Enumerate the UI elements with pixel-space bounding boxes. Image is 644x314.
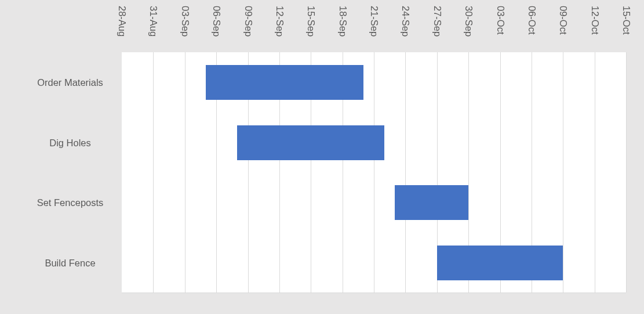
gridline	[374, 52, 374, 293]
gridline	[626, 52, 627, 293]
x-axis-tick: 06-Sep	[211, 6, 222, 37]
y-axis-tick: Order Materials	[21, 77, 119, 88]
gantt-chart: 28-Aug31-Aug03-Sep06-Sep09-Sep12-Sep15-S…	[0, 0, 644, 314]
x-axis-tick: 27-Sep	[432, 6, 443, 37]
plot-area	[122, 52, 626, 293]
y-axis-tick: Build Fence	[21, 258, 119, 269]
x-axis-tick: 03-Sep	[180, 6, 191, 37]
gantt-bar	[395, 185, 468, 220]
x-axis-tick: 21-Sep	[369, 6, 380, 37]
x-axis-tick: 12-Oct	[590, 6, 601, 35]
x-axis-tick: 06-Oct	[526, 6, 537, 35]
x-axis-tick: 09-Oct	[558, 6, 569, 35]
x-axis-tick: 24-Sep	[400, 6, 411, 37]
gridline	[185, 52, 185, 293]
x-axis-tick: 31-Aug	[148, 6, 159, 37]
gridline	[563, 52, 563, 293]
x-axis-tick: 30-Sep	[463, 6, 474, 37]
gantt-bar	[437, 246, 563, 280]
x-axis-tick: 09-Sep	[243, 6, 254, 37]
gridline	[405, 52, 406, 293]
x-axis-tick: 28-Aug	[117, 6, 128, 37]
gridline	[595, 52, 595, 293]
y-axis-tick: Dig Holes	[21, 137, 119, 148]
x-axis-tick: 03-Oct	[495, 6, 506, 35]
x-axis-tick: 18-Sep	[337, 6, 348, 37]
y-axis-tick: Set Fenceposts	[21, 197, 119, 208]
gantt-bar	[237, 125, 384, 160]
x-axis-tick: 12-Sep	[274, 6, 285, 37]
gridline	[153, 52, 154, 293]
x-axis-tick: 15-Oct	[621, 6, 632, 35]
x-axis-tick: 15-Sep	[305, 6, 316, 37]
gantt-bar	[206, 65, 363, 100]
